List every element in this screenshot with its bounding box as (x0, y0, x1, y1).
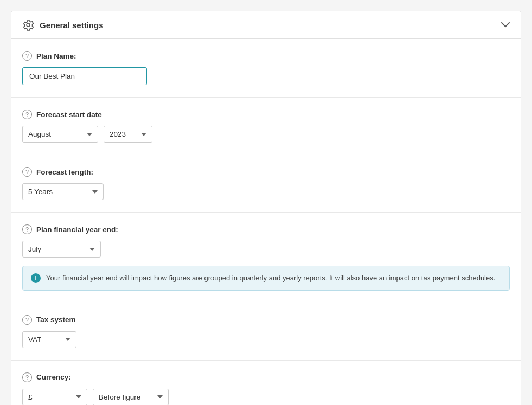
financial-year-info-box: i Your financial year end will impact ho… (22, 266, 510, 291)
forecast-start-label: Forecast start date (36, 111, 102, 119)
info-icon: i (31, 273, 41, 283)
tax-system-label: Tax system (36, 316, 76, 324)
financial-year-section: ? Plan financial year end: January Febru… (11, 213, 521, 303)
tax-system-label-row: ? Tax system (22, 315, 510, 325)
currency-label-row: ? Currency: (22, 372, 510, 382)
financial-year-help-icon[interactable]: ? (22, 224, 32, 234)
forecast-start-label-row: ? Forecast start date (22, 110, 510, 119)
financial-year-info-text: Your financial year end will impact how … (46, 273, 495, 284)
plan-name-label-row: ? Plan Name: (22, 51, 510, 61)
panel-header[interactable]: General settings (11, 11, 521, 39)
plan-name-label: Plan Name: (36, 52, 76, 60)
general-settings-panel: General settings ? Plan Name: ? Forecast… (11, 11, 521, 405)
forecast-length-help-icon[interactable]: ? (22, 167, 32, 177)
currency-section: ? Currency: £ $ € ¥ Before figure After … (11, 361, 521, 406)
header-left: General settings (22, 19, 104, 31)
collapse-icon[interactable] (501, 20, 510, 30)
forecast-length-select[interactable]: 1 Year 2 Years 3 Years 4 Years 5 Years 6… (22, 183, 104, 200)
currency-figure-select[interactable]: Before figure After figure (93, 389, 169, 406)
forecast-length-label: Forecast length: (36, 168, 93, 176)
forecast-length-section: ? Forecast length: 1 Year 2 Years 3 Year… (11, 155, 521, 213)
forecast-length-label-row: ? Forecast length: (22, 167, 510, 177)
plan-name-input[interactable] (22, 67, 147, 85)
currency-help-icon[interactable]: ? (22, 372, 32, 382)
currency-label: Currency: (36, 373, 71, 381)
forecast-start-date-section: ? Forecast start date January February M… (11, 98, 521, 155)
plan-name-section: ? Plan Name: (11, 39, 521, 98)
gear-icon (22, 19, 34, 31)
tax-system-select[interactable]: VAT GST None (22, 331, 76, 348)
forecast-start-selects: January February March April May June Ju… (22, 126, 510, 143)
plan-name-help-icon[interactable]: ? (22, 51, 32, 61)
forecast-month-select[interactable]: January February March April May June Ju… (22, 126, 98, 143)
currency-selects: £ $ € ¥ Before figure After figure (22, 389, 510, 406)
currency-symbol-select[interactable]: £ $ € ¥ (22, 389, 87, 406)
forecast-year-select[interactable]: 2021 2022 2023 2024 2025 (104, 126, 152, 143)
financial-year-select[interactable]: January February March April May June Ju… (22, 241, 101, 258)
panel-title: General settings (40, 21, 104, 30)
tax-system-section: ? Tax system VAT GST None (11, 303, 521, 361)
financial-year-label: Plan financial year end: (36, 226, 118, 234)
financial-year-label-row: ? Plan financial year end: (22, 224, 510, 234)
forecast-start-help-icon[interactable]: ? (22, 110, 32, 119)
tax-system-help-icon[interactable]: ? (22, 315, 32, 325)
